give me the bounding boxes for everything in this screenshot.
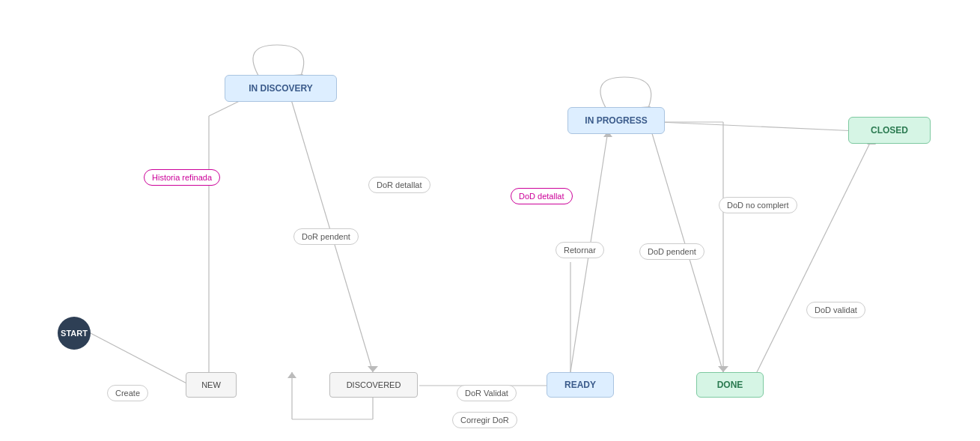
label-historia-refinada: Historia refinada: [144, 169, 220, 186]
ready-node: READY: [547, 372, 614, 398]
svg-line-21: [659, 122, 857, 131]
in-discovery-node: IN DISCOVERY: [225, 75, 337, 102]
label-dod-detallat: DoD detallat: [511, 188, 573, 204]
label-corregir-dor: Corregir DoR: [452, 412, 517, 428]
svg-marker-7: [368, 366, 378, 372]
label-dod-validat: DoD validat: [806, 302, 865, 318]
label-retornar: Retornar: [556, 242, 604, 258]
svg-line-0: [91, 333, 191, 386]
label-create: Create: [107, 385, 148, 401]
new-node: NEW: [186, 372, 237, 398]
label-dor-pendent: DoR pendent: [293, 228, 359, 245]
arrows-svg: [0, 0, 980, 441]
svg-marker-13: [287, 372, 296, 378]
svg-line-19: [756, 139, 872, 374]
svg-marker-18: [718, 366, 728, 372]
label-dod-pendent: DoD pendent: [639, 243, 704, 260]
in-progress-node: IN PROGRESS: [567, 107, 665, 134]
workflow-diagram: START NEW IN DISCOVERY DISCOVERED READY …: [0, 0, 980, 441]
label-dor-validat: DoR Validat: [457, 385, 517, 401]
label-dor-detallat: DoR detallat: [368, 177, 430, 193]
done-node: DONE: [696, 372, 764, 398]
start-node: START: [58, 317, 91, 350]
closed-node: CLOSED: [848, 117, 931, 144]
discovered-node: DISCOVERED: [329, 372, 418, 398]
label-dod-no-complert: DoD no complert: [719, 197, 797, 213]
